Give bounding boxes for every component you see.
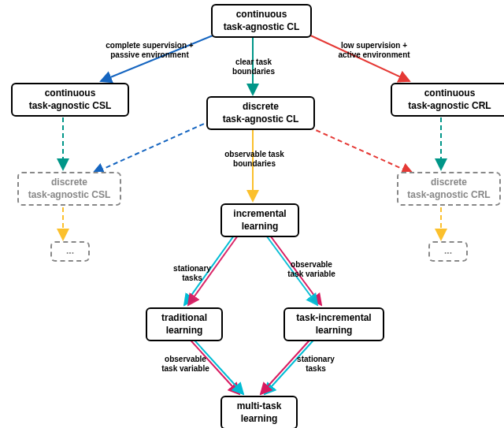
node-label: continuoustask-agnostic CRL [408, 87, 491, 112]
node-discrete-cl: discretetask-agnostic CL [206, 96, 315, 130]
edge-label-supervision-active: low supervision +active environment [331, 41, 417, 60]
node-label: continuoustask-agnostic CL [224, 9, 300, 33]
node-traditional: traditionallearning [146, 307, 223, 341]
edge-label-supervision-passive: complete supervision +passive environmen… [102, 41, 197, 60]
node-discrete-csl: discretetask-agnostic CSL [17, 172, 121, 206]
node-discrete-crl: discretetask-agnostic CRL [397, 172, 501, 206]
edge-label-observable-var-1: observabletask variable [282, 260, 341, 279]
node-label: discretetask-agnostic CRL [407, 177, 490, 201]
node-multi-task: multi-tasklearning [220, 396, 298, 428]
node-label: traditionallearning [161, 312, 207, 337]
node-ellipsis-right: ... [428, 241, 468, 262]
node-label: ... [444, 245, 452, 258]
edge-label-clear-boundaries: clear taskboundaries [230, 58, 277, 76]
node-label: multi-tasklearning [237, 400, 282, 425]
edge-label-observable-boundaries: observable taskboundaries [219, 150, 290, 169]
node-label: discretetask-agnostic CL [223, 101, 299, 125]
edge-label-observable-var-2: observabletask variable [156, 355, 215, 374]
node-label: discretetask-agnostic CSL [28, 177, 111, 201]
edge-label-stationary-tasks-1: stationarytasks [168, 264, 217, 283]
node-ellipsis-left: ... [50, 241, 90, 262]
node-label: continuoustask-agnostic CSL [29, 87, 112, 112]
node-continuous-csl: continuoustask-agnostic CSL [11, 83, 129, 117]
node-continuous-crl: continuoustask-agnostic CRL [391, 83, 504, 117]
edge-label-stationary-tasks-2: stationarytasks [291, 355, 340, 374]
node-task-incremental: task-incrementallearning [284, 307, 384, 341]
node-label: incrementallearning [233, 208, 286, 233]
node-incremental: incrementallearning [220, 203, 299, 237]
node-continuous-cl: continuoustask-agnostic CL [211, 4, 312, 38]
node-label: ... [66, 245, 74, 258]
node-label: task-incrementallearning [296, 312, 371, 337]
svg-line-4 [93, 121, 211, 173]
